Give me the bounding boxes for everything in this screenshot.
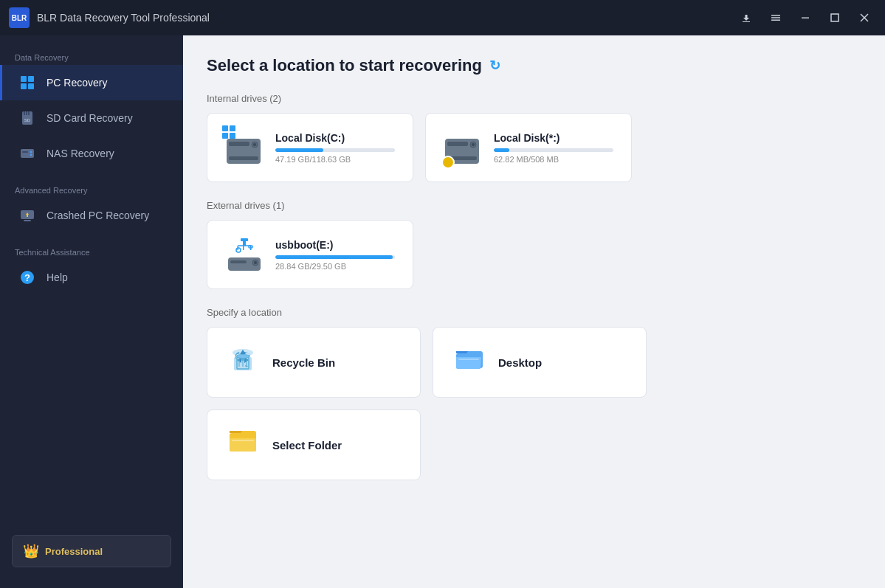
recycle-bin-icon <box>225 342 261 382</box>
svg-point-41 <box>254 261 257 264</box>
svg-rect-12 <box>21 149 34 158</box>
nas-label: NAS Recovery <box>47 148 114 159</box>
svg-point-15 <box>30 154 32 156</box>
svg-rect-39 <box>230 260 247 263</box>
svg-rect-4 <box>831 14 838 21</box>
select-folder-label: Select Folder <box>272 439 342 452</box>
advanced-recovery-section-label: Advanced Recovery <box>0 180 183 198</box>
nas-icon <box>17 143 38 164</box>
svg-text:SD: SD <box>24 118 31 122</box>
hdd-body-c <box>227 139 261 167</box>
sidebar-item-pc-recovery[interactable]: PC Recovery <box>0 65 183 100</box>
svg-rect-3 <box>802 18 809 19</box>
maximize-button[interactable] <box>823 6 847 30</box>
usb-icon-wrap <box>225 235 264 274</box>
svg-point-29 <box>472 143 475 146</box>
svg-rect-50 <box>458 359 479 360</box>
svg-rect-13 <box>22 151 28 153</box>
drive-c-icon-wrap <box>225 128 264 167</box>
download-button[interactable] <box>734 6 758 30</box>
svg-rect-22 <box>229 156 258 160</box>
specify-location-label: Specify a location <box>207 307 861 318</box>
drive-card-star[interactable]: Local Disk(*:) 62.82 MB/508 MB <box>425 113 632 182</box>
refresh-icon[interactable]: ↻ <box>489 58 500 74</box>
drive-star-bar-bg <box>494 148 613 152</box>
svg-point-24 <box>253 143 256 146</box>
pro-label: Professional <box>45 546 103 557</box>
svg-rect-33 <box>238 246 239 250</box>
sd-card-label: SD Card Recovery <box>47 112 133 124</box>
drive-c-bar-bg <box>275 148 395 152</box>
page-title: Select a location to start recovering ↻ <box>207 56 861 75</box>
location-card-folder[interactable]: Select Folder <box>207 409 421 480</box>
menu-button[interactable] <box>764 6 788 30</box>
usb-drive-bar-bg <box>275 255 395 259</box>
drive-star-bar-fill <box>494 148 509 152</box>
location-card-desktop[interactable]: Desktop <box>433 327 647 398</box>
svg-rect-8 <box>24 111 25 115</box>
drive-card-c[interactable]: Local Disk(C:) 47.19 GB/118.63 GB <box>207 113 413 182</box>
svg-rect-31 <box>243 241 246 246</box>
drive-c-info: Local Disk(C:) 47.19 GB/118.63 GB <box>275 132 395 164</box>
app-title: BLR Data Recovery Tool Professional <box>37 12 734 24</box>
help-icon: ? <box>17 267 38 288</box>
drive-c-bar-fill <box>275 148 323 152</box>
usb-drive-info: usbboot(E:) 28.84 GB/29.50 GB <box>275 239 395 271</box>
close-button[interactable] <box>853 6 876 30</box>
app-layout: Data Recovery PC Recovery SD SD Card Rec… <box>0 35 885 588</box>
svg-rect-2 <box>771 20 780 21</box>
external-drives-section: External drives (1) <box>207 200 861 289</box>
svg-rect-30 <box>241 238 248 241</box>
titlebar: BLR BLR Data Recovery Tool Professional <box>0 0 885 35</box>
window-controls <box>734 6 876 30</box>
desktop-folder-icon <box>451 342 486 382</box>
location-card-recycle[interactable]: Recycle Bin <box>207 327 421 398</box>
sidebar-item-help[interactable]: ? Help <box>0 260 183 295</box>
internal-drives-label: Internal drives (2) <box>207 93 861 104</box>
pc-recovery-icon <box>17 72 38 93</box>
crown-icon: 👑 <box>23 543 39 559</box>
help-label: Help <box>47 271 68 283</box>
select-folder-icon <box>225 425 261 465</box>
usb-drive-size: 28.84 GB/29.50 GB <box>275 262 395 271</box>
external-drives-grid: usbboot(E:) 28.84 GB/29.50 GB <box>207 220 861 289</box>
technical-assistance-section-label: Technical Assistance <box>0 242 183 260</box>
external-drives-label: External drives (1) <box>207 200 861 211</box>
svg-rect-0 <box>771 15 780 16</box>
main-content: Select a location to start recovering ↻ … <box>183 35 885 588</box>
usb-drive-name: usbboot(E:) <box>275 239 395 251</box>
sidebar: Data Recovery PC Recovery SD SD Card Rec… <box>0 35 183 588</box>
app-logo: BLR <box>9 7 30 28</box>
pc-recovery-label: PC Recovery <box>47 77 107 89</box>
minimize-button[interactable] <box>793 6 817 30</box>
drive-badge-star <box>441 156 455 169</box>
drive-card-usb[interactable]: usbboot(E:) 28.84 GB/29.50 GB <box>207 220 413 289</box>
sidebar-item-nas[interactable]: NAS Recovery <box>0 136 183 171</box>
specify-location-section: Specify a location <box>207 307 861 480</box>
sidebar-item-sd-card[interactable]: SD SD Card Recovery <box>0 100 183 136</box>
internal-drives-section: Internal drives (2) <box>207 93 861 182</box>
svg-text:?: ? <box>24 272 30 283</box>
svg-point-49 <box>236 355 249 359</box>
drive-star-info: Local Disk(*:) 62.82 MB/508 MB <box>494 132 613 164</box>
svg-rect-17 <box>24 220 31 221</box>
drive-c-size: 47.19 GB/118.63 GB <box>275 155 395 164</box>
svg-rect-26 <box>447 142 468 146</box>
usb-drive-bar-fill <box>275 255 393 259</box>
crashed-pc-label: Crashed PC Recovery <box>47 210 149 221</box>
recycle-bin-label: Recycle Bin <box>272 356 335 369</box>
svg-rect-21 <box>229 142 249 146</box>
svg-rect-9 <box>26 111 27 115</box>
drive-star-icon-wrap <box>444 128 482 167</box>
sd-card-icon: SD <box>17 108 38 128</box>
svg-rect-52 <box>232 440 254 441</box>
sidebar-item-crashed-pc[interactable]: Crashed PC Recovery <box>0 198 183 233</box>
internal-drives-grid: Local Disk(C:) 47.19 GB/118.63 GB <box>207 113 861 182</box>
locations-grid: Recycle Bin <box>207 327 861 480</box>
pro-button[interactable]: 👑 Professional <box>12 535 171 567</box>
svg-rect-36 <box>243 246 244 250</box>
data-recovery-section-label: Data Recovery <box>0 47 183 65</box>
crashed-pc-icon <box>17 205 38 226</box>
svg-rect-10 <box>28 111 30 115</box>
svg-point-14 <box>30 151 32 153</box>
